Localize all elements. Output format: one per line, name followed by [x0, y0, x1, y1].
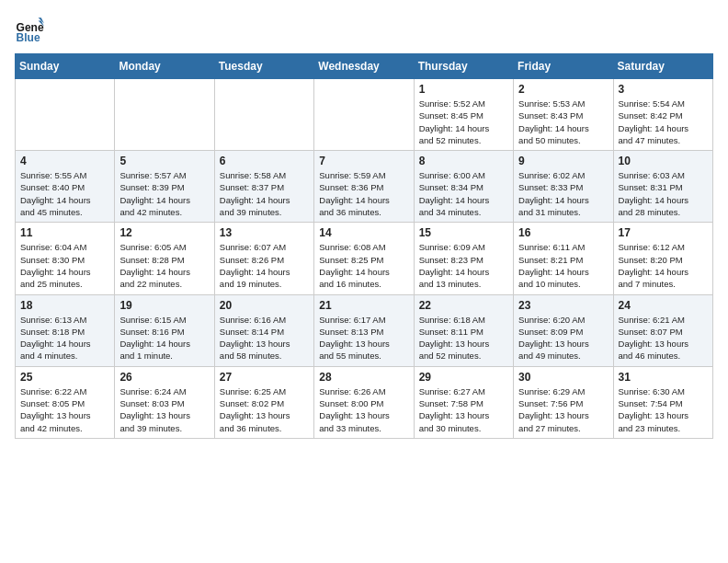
day-cell: 19Sunrise: 6:15 AM Sunset: 8:16 PM Dayli…	[115, 294, 214, 366]
logo: General Blue	[15, 15, 48, 44]
day-info: Sunrise: 5:57 AM Sunset: 8:39 PM Dayligh…	[119, 169, 209, 218]
day-info: Sunrise: 6:18 AM Sunset: 8:11 PM Dayligh…	[419, 314, 508, 362]
day-info: Sunrise: 6:22 AM Sunset: 8:05 PM Dayligh…	[20, 385, 109, 434]
day-info: Sunrise: 6:27 AM Sunset: 7:58 PM Dayligh…	[419, 385, 508, 434]
day-number: 16	[518, 226, 608, 239]
day-info: Sunrise: 6:02 AM Sunset: 8:33 PM Dayligh…	[518, 169, 608, 218]
day-cell: 27Sunrise: 6:25 AM Sunset: 8:02 PM Dayli…	[214, 366, 313, 438]
day-cell: 6Sunrise: 5:58 AM Sunset: 8:37 PM Daylig…	[214, 151, 313, 223]
day-info: Sunrise: 6:03 AM Sunset: 8:31 PM Dayligh…	[619, 169, 708, 218]
day-cell: 14Sunrise: 6:08 AM Sunset: 8:25 PM Dayli…	[314, 223, 414, 294]
day-cell: 11Sunrise: 6:04 AM Sunset: 8:30 PM Dayli…	[16, 223, 115, 294]
day-cell: 13Sunrise: 6:07 AM Sunset: 8:26 PM Dayli…	[214, 223, 313, 294]
day-info: Sunrise: 6:26 AM Sunset: 8:00 PM Dayligh…	[319, 385, 408, 434]
svg-text:Blue: Blue	[17, 31, 40, 44]
day-cell: 24Sunrise: 6:21 AM Sunset: 8:07 PM Dayli…	[613, 294, 712, 366]
day-info: Sunrise: 6:08 AM Sunset: 8:25 PM Dayligh…	[319, 241, 408, 290]
day-cell	[214, 79, 313, 151]
week-row-5: 25Sunrise: 6:22 AM Sunset: 8:05 PM Dayli…	[16, 366, 713, 438]
day-cell: 26Sunrise: 6:24 AM Sunset: 8:03 PM Dayli…	[115, 366, 214, 438]
day-number: 22	[419, 299, 508, 312]
day-cell: 29Sunrise: 6:27 AM Sunset: 7:58 PM Dayli…	[414, 366, 513, 438]
day-cell: 15Sunrise: 6:09 AM Sunset: 8:23 PM Dayli…	[414, 223, 513, 294]
day-number: 11	[20, 226, 109, 239]
day-number: 26	[119, 371, 209, 384]
day-info: Sunrise: 5:59 AM Sunset: 8:36 PM Dayligh…	[319, 169, 408, 218]
day-cell: 17Sunrise: 6:12 AM Sunset: 8:20 PM Dayli…	[613, 223, 712, 294]
day-cell: 20Sunrise: 6:16 AM Sunset: 8:14 PM Dayli…	[214, 294, 313, 366]
day-info: Sunrise: 6:15 AM Sunset: 8:16 PM Dayligh…	[119, 314, 209, 362]
day-number: 25	[20, 371, 109, 384]
day-info: Sunrise: 6:00 AM Sunset: 8:34 PM Dayligh…	[419, 169, 508, 218]
day-info: Sunrise: 6:21 AM Sunset: 8:07 PM Dayligh…	[619, 314, 708, 362]
weekday-header-sunday: Sunday	[16, 54, 115, 79]
day-info: Sunrise: 6:20 AM Sunset: 8:09 PM Dayligh…	[518, 314, 608, 362]
day-number: 8	[419, 155, 508, 167]
day-cell: 1Sunrise: 5:52 AM Sunset: 8:45 PM Daylig…	[414, 79, 513, 151]
logo-icon: General Blue	[15, 15, 44, 44]
day-info: Sunrise: 6:25 AM Sunset: 8:02 PM Dayligh…	[220, 385, 309, 434]
day-number: 29	[419, 371, 508, 384]
day-number: 6	[220, 155, 309, 167]
day-cell	[115, 79, 214, 151]
day-cell: 10Sunrise: 6:03 AM Sunset: 8:31 PM Dayli…	[613, 151, 712, 223]
day-cell: 5Sunrise: 5:57 AM Sunset: 8:39 PM Daylig…	[115, 151, 214, 223]
day-cell: 8Sunrise: 6:00 AM Sunset: 8:34 PM Daylig…	[414, 151, 513, 223]
day-number: 18	[20, 299, 109, 312]
day-number: 5	[119, 155, 209, 167]
calendar-table: SundayMondayTuesdayWednesdayThursdayFrid…	[15, 53, 713, 439]
day-cell: 23Sunrise: 6:20 AM Sunset: 8:09 PM Dayli…	[514, 294, 613, 366]
day-info: Sunrise: 5:54 AM Sunset: 8:42 PM Dayligh…	[619, 98, 708, 146]
day-cell: 28Sunrise: 6:26 AM Sunset: 8:00 PM Dayli…	[314, 366, 414, 438]
day-cell: 4Sunrise: 5:55 AM Sunset: 8:40 PM Daylig…	[16, 151, 115, 223]
day-cell: 30Sunrise: 6:29 AM Sunset: 7:56 PM Dayli…	[514, 366, 613, 438]
day-info: Sunrise: 6:16 AM Sunset: 8:14 PM Dayligh…	[220, 314, 309, 362]
day-cell: 9Sunrise: 6:02 AM Sunset: 8:33 PM Daylig…	[514, 151, 613, 223]
day-number: 28	[319, 371, 408, 384]
weekday-header-tuesday: Tuesday	[214, 54, 313, 79]
day-number: 24	[619, 299, 708, 312]
day-cell: 3Sunrise: 5:54 AM Sunset: 8:42 PM Daylig…	[613, 79, 712, 151]
day-info: Sunrise: 6:29 AM Sunset: 7:56 PM Dayligh…	[518, 385, 608, 434]
day-number: 7	[319, 155, 408, 167]
day-info: Sunrise: 5:58 AM Sunset: 8:37 PM Dayligh…	[220, 169, 309, 218]
day-number: 10	[619, 155, 708, 167]
day-number: 15	[419, 226, 508, 239]
day-number: 31	[619, 371, 708, 384]
day-number: 19	[119, 299, 209, 312]
day-info: Sunrise: 5:52 AM Sunset: 8:45 PM Dayligh…	[419, 98, 508, 146]
day-cell: 25Sunrise: 6:22 AM Sunset: 8:05 PM Dayli…	[16, 366, 115, 438]
day-cell: 18Sunrise: 6:13 AM Sunset: 8:18 PM Dayli…	[16, 294, 115, 366]
day-number: 23	[518, 299, 608, 312]
day-info: Sunrise: 6:05 AM Sunset: 8:28 PM Dayligh…	[119, 241, 209, 290]
day-number: 4	[20, 155, 109, 167]
day-number: 20	[220, 299, 309, 312]
day-cell: 16Sunrise: 6:11 AM Sunset: 8:21 PM Dayli…	[514, 223, 613, 294]
day-info: Sunrise: 6:30 AM Sunset: 7:54 PM Dayligh…	[619, 385, 708, 434]
day-cell: 12Sunrise: 6:05 AM Sunset: 8:28 PM Dayli…	[115, 223, 214, 294]
day-cell	[16, 79, 115, 151]
day-number: 9	[518, 155, 608, 167]
week-row-2: 4Sunrise: 5:55 AM Sunset: 8:40 PM Daylig…	[16, 151, 713, 223]
week-row-4: 18Sunrise: 6:13 AM Sunset: 8:18 PM Dayli…	[16, 294, 713, 366]
week-row-3: 11Sunrise: 6:04 AM Sunset: 8:30 PM Dayli…	[16, 223, 713, 294]
day-number: 21	[319, 299, 408, 312]
day-cell: 21Sunrise: 6:17 AM Sunset: 8:13 PM Dayli…	[314, 294, 414, 366]
weekday-header-thursday: Thursday	[414, 54, 513, 79]
page-header: General Blue	[15, 15, 713, 44]
day-cell: 2Sunrise: 5:53 AM Sunset: 8:43 PM Daylig…	[514, 79, 613, 151]
weekday-header-friday: Friday	[514, 54, 613, 79]
weekday-header-row: SundayMondayTuesdayWednesdayThursdayFrid…	[16, 54, 713, 79]
day-number: 12	[119, 226, 209, 239]
day-number: 30	[518, 371, 608, 384]
day-info: Sunrise: 6:11 AM Sunset: 8:21 PM Dayligh…	[518, 241, 608, 290]
day-info: Sunrise: 6:24 AM Sunset: 8:03 PM Dayligh…	[119, 385, 209, 434]
day-info: Sunrise: 6:04 AM Sunset: 8:30 PM Dayligh…	[20, 241, 109, 290]
day-info: Sunrise: 6:09 AM Sunset: 8:23 PM Dayligh…	[419, 241, 508, 290]
day-info: Sunrise: 6:07 AM Sunset: 8:26 PM Dayligh…	[220, 241, 309, 290]
week-row-1: 1Sunrise: 5:52 AM Sunset: 8:45 PM Daylig…	[16, 79, 713, 151]
day-info: Sunrise: 6:12 AM Sunset: 8:20 PM Dayligh…	[619, 241, 708, 290]
weekday-header-monday: Monday	[115, 54, 214, 79]
day-number: 17	[619, 226, 708, 239]
day-cell: 22Sunrise: 6:18 AM Sunset: 8:11 PM Dayli…	[414, 294, 513, 366]
